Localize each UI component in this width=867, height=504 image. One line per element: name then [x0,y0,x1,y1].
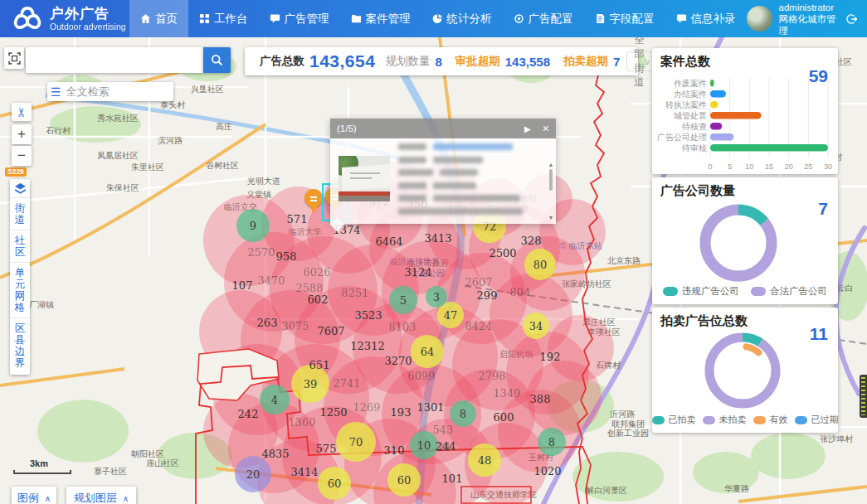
cluster-count[interactable]: 3270 [384,355,412,367]
cluster-count[interactable]: 3523 [354,309,382,322]
cluster-count[interactable]: 8424 [465,320,492,332]
layer-toggle-0[interactable]: 街道 [10,197,30,230]
disc-icon [514,13,524,24]
nav-item-0[interactable]: 首页 [129,0,188,37]
cluster-count[interactable]: 7607 [317,325,344,337]
cluster-count[interactable]: 3470 [257,274,285,287]
layer-toggle-1[interactable]: 社区 [10,230,30,262]
svg-text:5: 5 [728,162,732,171]
legend-item[interactable]: 已拍卖 [652,414,696,426]
avatar[interactable] [747,6,772,32]
layer-toggle-2[interactable]: 单元网格 [10,262,30,317]
cluster-count[interactable]: 3075 [281,320,309,332]
search-button[interactable] [203,47,231,73]
popup-body: ▲ ▼ [330,138,556,224]
cluster-count[interactable]: 6026 [303,266,330,279]
nav-item-3[interactable]: 案件管理 [340,0,421,37]
cluster-count[interactable]: 1250 [319,406,347,419]
cluster-count[interactable]: 3413 [424,232,451,245]
cluster-count[interactable]: 328 [521,235,542,247]
map-scale-bar [13,470,71,474]
cluster-count[interactable]: 263 [257,317,278,329]
cluster-count[interactable]: 299 [477,289,498,302]
svg-text:25: 25 [804,162,812,171]
cluster-count[interactable]: 651 [309,359,330,371]
scroll-up-icon[interactable]: ▲ [548,162,554,167]
map-search-input[interactable] [26,47,203,73]
donut-svg [652,326,838,417]
legend-item[interactable]: 已过期 [795,414,839,426]
minimized-legend-widget[interactable] [860,375,867,418]
cluster-count[interactable]: 6464 [375,235,402,248]
chevron-up-icon: ∧ [45,494,51,503]
cluster-count[interactable]: 101 [442,472,463,485]
cluster-count[interactable]: 8103 [388,321,416,333]
layer-toggle-3[interactable]: 区县边界 [10,317,30,373]
cluster-count[interactable]: 192 [540,351,561,363]
legend-item[interactable]: 违规广告公司 [663,285,739,298]
fulltext-search-label: 全文检索 [66,85,110,99]
layers-icon[interactable] [10,179,30,197]
nav-item-6[interactable]: 字段配置 [584,0,665,37]
popup-close-icon[interactable]: × [543,122,549,135]
cluster-count[interactable]: 2570 [247,246,275,259]
measure-tool-button[interactable]: ✂ [12,103,32,121]
cluster-count[interactable]: 1301 [416,401,444,414]
cluster-count[interactable]: 575 [316,443,337,455]
zoom-out-button[interactable]: − [12,146,32,166]
chevron-up-icon: ∧ [123,494,129,503]
scroll-down-icon[interactable]: ▼ [548,215,554,220]
nav-item-7[interactable]: 信息补录 [665,0,747,37]
cluster-count[interactable]: 3414 [290,466,318,478]
cluster-count[interactable]: 193 [391,406,412,419]
legend-button[interactable]: 图例∧ [12,487,56,504]
cluster-count[interactable]: 107 [232,279,253,292]
zoom-in-button[interactable]: + [12,124,32,144]
cluster-count[interactable]: 2588 [295,282,323,294]
svg-text:转执法案件: 转执法案件 [665,100,707,109]
cluster-count[interactable]: 1349 [493,387,520,400]
cluster-count[interactable]: 310 [384,444,405,457]
auction-card: 拍卖广告位总数 11 已拍卖未拍卖有效已过期 [652,308,838,433]
cluster-count[interactable]: 2741 [333,377,360,390]
cluster-count[interactable]: 6099 [407,370,435,382]
legend-item[interactable]: 有效 [753,414,788,426]
svg-text:待审核: 待审核 [681,143,707,153]
cluster-count[interactable]: 12312 [350,340,384,352]
app-logo-icon [12,5,43,33]
cluster-count[interactable]: 1269 [353,401,380,414]
cluster-count[interactable]: 2500 [489,247,516,259]
stat-label: 审批超期 [455,54,500,69]
cluster-count[interactable]: 602 [308,293,329,306]
cluster-count[interactable]: 3124 [404,266,431,279]
legend-item[interactable]: 合法广告公司 [751,285,827,298]
cluster-count[interactable]: 958 [276,250,297,263]
nav-item-1[interactable]: 工作台 [188,0,259,37]
cluster-count[interactable]: 2607 [465,276,492,288]
legend-item[interactable]: 未拍卖 [703,414,747,426]
popup-next-icon[interactable]: ▶ [524,124,531,133]
ad-photo[interactable] [339,156,390,201]
plan-layer-button[interactable]: 规划图层∧ [66,487,136,504]
cluster-count[interactable]: 1020 [533,465,561,477]
nav-item-2[interactable]: 广告管理 [259,0,340,37]
map-canvas[interactable]: 兴垦社区泰头村石行村高庄秀水苑社区凤凰居社区朱里社区谷树社区朱保社区滨河路临沂立… [0,37,867,504]
cluster-count[interactable]: 8251 [341,287,368,299]
ad-marker-pin-0[interactable] [304,189,324,216]
nav-item-4[interactable]: 统计分析 [421,0,503,37]
cluster-count[interactable]: 4835 [261,448,289,460]
cluster-count[interactable]: 24 [437,441,451,453]
map-extent-button[interactable] [4,47,24,69]
scroll-thumb[interactable] [549,169,553,191]
cluster-count[interactable]: 804 [510,286,531,298]
cluster-count[interactable]: 242 [238,408,259,420]
cluster-count[interactable]: 1360 [288,416,315,429]
popup-scrollbar[interactable]: ▲ ▼ [548,162,554,220]
nav-item-5[interactable]: 广告配置 [503,0,584,37]
cluster-count[interactable]: 388 [530,393,551,405]
cluster-count[interactable]: 600 [494,411,514,424]
cluster-count[interactable]: 2798 [478,370,505,382]
logout-icon[interactable] [845,12,857,27]
cluster-count[interactable]: 543 [433,424,454,436]
fulltext-search-button[interactable]: ☰ 全文检索 [47,82,173,101]
